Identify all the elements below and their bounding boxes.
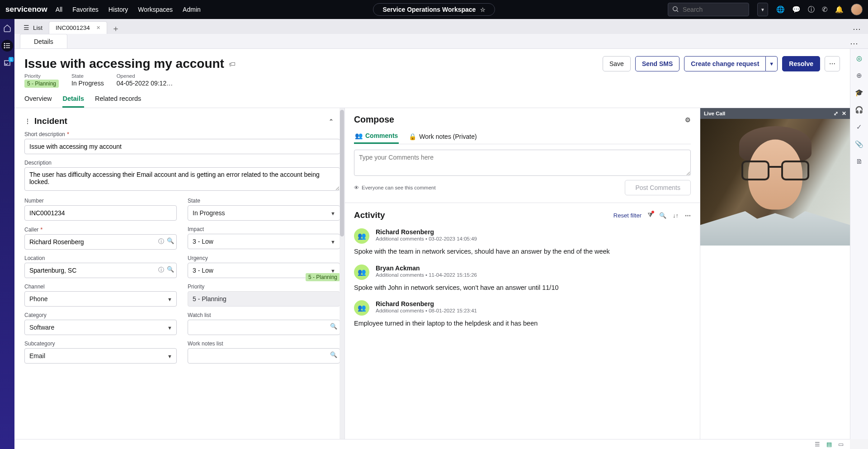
create-change-dropdown[interactable]: ▼ bbox=[766, 56, 778, 71]
impact-label: Impact bbox=[188, 226, 340, 232]
inbox-icon[interactable]: 1 bbox=[3, 59, 12, 68]
meta-priority-label: Priority bbox=[24, 73, 59, 79]
category-select[interactable]: Software bbox=[24, 320, 177, 335]
watch-list-input[interactable] bbox=[188, 320, 340, 335]
tab-related-records[interactable]: Related records bbox=[95, 95, 141, 108]
create-change-button[interactable]: Create change request bbox=[684, 56, 766, 71]
svg-point-0 bbox=[673, 6, 677, 10]
help-icon[interactable]: ⓘ bbox=[808, 5, 815, 14]
entry-avatar-icon: 👥 bbox=[354, 265, 369, 280]
caller-input[interactable] bbox=[24, 234, 177, 250]
tab-details[interactable]: Details bbox=[62, 95, 84, 108]
number-label: Number bbox=[24, 198, 177, 204]
headset-icon[interactable]: 🎧 bbox=[855, 106, 863, 114]
close-icon[interactable]: ✕ bbox=[96, 25, 100, 31]
info-icon[interactable]: ⓘ bbox=[158, 266, 164, 274]
short-desc-input[interactable] bbox=[24, 139, 340, 154]
phone-icon[interactable]: ✆ bbox=[822, 5, 828, 14]
subtabs-overflow-icon[interactable]: ⋯ bbox=[850, 38, 858, 48]
scrollbar[interactable] bbox=[340, 108, 344, 439]
document-icon[interactable]: 🗎 bbox=[856, 157, 863, 165]
workspace-pill-label: Service Operations Workspace bbox=[382, 6, 476, 13]
tab-incident[interactable]: INC0001234 ✕ bbox=[49, 21, 107, 34]
header-actions: Save Send SMS Create change request ▼ Re… bbox=[603, 56, 840, 71]
meta-opened-label: Opened bbox=[117, 73, 173, 79]
topbar-icons: 🌐 💬 ⓘ ✆ 🔔 bbox=[776, 4, 863, 15]
inbox-badge: 1 bbox=[9, 57, 14, 62]
tab-work-notes-label: Work notes (Private) bbox=[419, 133, 476, 140]
nav-admin[interactable]: Admin bbox=[183, 6, 201, 13]
impact-select[interactable]: 3 - Low bbox=[188, 234, 340, 249]
location-input[interactable] bbox=[24, 263, 177, 278]
compose-input[interactable] bbox=[354, 150, 691, 176]
channel-select[interactable]: Phone bbox=[24, 291, 177, 307]
attachment-icon[interactable]: 📎 bbox=[855, 140, 863, 148]
tab-comments[interactable]: 👥 Comments bbox=[354, 129, 399, 144]
tab-list[interactable]: ☰ List bbox=[17, 21, 49, 34]
globe-icon[interactable]: 🌐 bbox=[776, 5, 785, 14]
work-notes-list-input[interactable] bbox=[188, 348, 340, 364]
view-list-icon[interactable]: ☰ bbox=[815, 441, 820, 448]
search-input[interactable] bbox=[683, 6, 745, 13]
sort-icon[interactable]: ↓↑ bbox=[673, 212, 679, 219]
lookup-icon[interactable]: 🔍 bbox=[167, 266, 174, 274]
search-input-wrap[interactable] bbox=[668, 3, 749, 16]
location-label: Location bbox=[24, 255, 177, 261]
chat-icon[interactable]: 💬 bbox=[792, 5, 801, 14]
new-tab-button[interactable]: ＋ bbox=[112, 23, 120, 34]
reset-filter-link[interactable]: Reset filter bbox=[613, 212, 642, 219]
tab-work-notes[interactable]: 🔒 Work notes (Private) bbox=[408, 129, 477, 144]
activity-entry: 👥 Richard Rosenberg Additional comments … bbox=[354, 228, 691, 244]
activity-search-icon[interactable]: 🔍 bbox=[659, 212, 666, 219]
nav-favorites[interactable]: Favorites bbox=[72, 6, 99, 13]
check-icon[interactable]: ✓ bbox=[856, 123, 862, 131]
entry-sub: Additional comments • 03-02-2023 14:05:4… bbox=[376, 236, 477, 241]
send-sms-button[interactable]: Send SMS bbox=[635, 56, 679, 71]
filter-icon[interactable]: ⧩ bbox=[648, 212, 653, 219]
post-comments-button[interactable]: Post Comments bbox=[625, 180, 691, 195]
education-icon[interactable]: 🎓 bbox=[855, 89, 863, 97]
lookup-icon[interactable]: 🔍 bbox=[330, 323, 337, 330]
resolve-button[interactable]: Resolve bbox=[782, 56, 820, 71]
lookup-icon[interactable]: 🔍 bbox=[330, 351, 337, 358]
user-avatar[interactable] bbox=[851, 4, 863, 15]
number-input[interactable] bbox=[24, 205, 177, 221]
view-card-icon[interactable]: ▭ bbox=[838, 441, 844, 448]
close-icon[interactable]: ✕ bbox=[842, 110, 846, 117]
nav-all[interactable]: All bbox=[56, 6, 63, 13]
save-button[interactable]: Save bbox=[603, 56, 631, 71]
nav-history[interactable]: History bbox=[108, 6, 128, 13]
section-handle-icon[interactable]: ⋮ bbox=[24, 118, 31, 125]
tabs-overflow-icon[interactable]: ⋯ bbox=[853, 24, 861, 34]
star-icon[interactable]: ☆ bbox=[480, 6, 486, 13]
subtab-details[interactable]: Details bbox=[20, 34, 67, 48]
view-split-icon[interactable]: ▤ bbox=[826, 441, 832, 448]
state-select[interactable]: In Progress bbox=[188, 205, 340, 221]
workspace-pill[interactable]: Service Operations Workspace ☆ bbox=[373, 3, 495, 16]
activity-overflow-icon[interactable]: ⋯ bbox=[685, 212, 691, 219]
list-icon[interactable] bbox=[1, 40, 13, 52]
nav-workspaces[interactable]: Workspaces bbox=[138, 6, 173, 13]
compose-settings-icon[interactable]: ⚙ bbox=[685, 116, 691, 123]
tab-overview[interactable]: Overview bbox=[24, 95, 52, 108]
tag-icon[interactable]: 🏷 bbox=[229, 60, 236, 68]
world-icon[interactable]: ⊕ bbox=[856, 71, 862, 80]
header-overflow-button[interactable]: ⋯ bbox=[825, 56, 840, 71]
bell-icon[interactable]: 🔔 bbox=[835, 5, 844, 14]
record-tabs-secondary: Overview Details Related records bbox=[14, 88, 850, 108]
info-icon[interactable]: ⓘ bbox=[158, 237, 164, 246]
agent-assist-icon[interactable]: ◎ bbox=[856, 54, 862, 62]
popout-icon[interactable]: ⤢ bbox=[834, 110, 838, 117]
right-rail: ◎ ⊕ 🎓 🎧 ✓ 📎 🗎 bbox=[850, 49, 868, 439]
activity-entry: 👥 Richard Rosenberg Additional comments … bbox=[354, 300, 691, 316]
lookup-icon[interactable]: 🔍 bbox=[167, 237, 174, 246]
section-collapse-icon[interactable]: ⌃ bbox=[329, 118, 334, 125]
meta-priority-value: 5 - Planning bbox=[24, 80, 59, 88]
subcategory-select[interactable]: Email bbox=[24, 348, 177, 364]
work-notes-list-label: Work notes list bbox=[188, 340, 340, 347]
required-icon: * bbox=[40, 226, 42, 233]
search-dropdown[interactable]: ▼ bbox=[757, 3, 768, 16]
home-icon[interactable] bbox=[3, 24, 12, 33]
desc-input[interactable]: The user has difficulty accessing their … bbox=[24, 167, 340, 191]
channel-label: Channel bbox=[24, 284, 177, 290]
